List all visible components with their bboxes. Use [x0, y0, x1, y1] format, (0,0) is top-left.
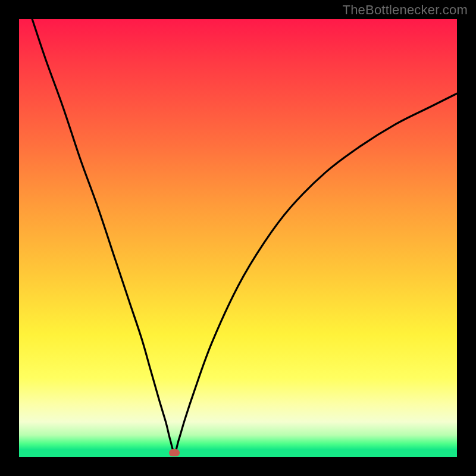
watermark-text: TheBottlenecker.com — [343, 2, 468, 18]
bottleneck-curve — [32, 19, 457, 453]
minimum-marker — [169, 449, 180, 456]
chart-frame: TheBottlenecker.com — [0, 0, 476, 476]
curve-svg — [19, 19, 457, 457]
plot-area — [19, 19, 457, 457]
